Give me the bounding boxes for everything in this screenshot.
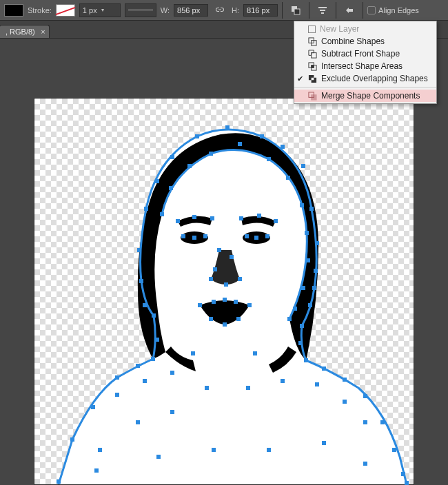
intersect-shape-icon (308, 62, 317, 71)
svg-rect-2 (318, 7, 327, 8)
svg-rect-12 (312, 65, 314, 68)
document-tab[interactable]: , RGB/8) × (0, 25, 50, 38)
checkbox-icon (367, 6, 376, 14)
stroke-style-dropdown[interactable] (125, 3, 156, 17)
shape-height-input[interactable]: 816 px (243, 4, 278, 17)
link-dimensions-icon[interactable] (212, 3, 227, 18)
options-toolbar: Stroke: 1 px ▾ W: 856 px H: 816 px Align… (0, 0, 448, 21)
menu-separator (294, 87, 436, 87)
menu-item-exclude-overlap[interactable]: ✔ Exclude Overlapping Shapes (294, 72, 436, 85)
height-label: H: (232, 6, 239, 14)
path-operations-button[interactable] (287, 2, 305, 19)
merge-shape-icon (308, 92, 317, 101)
path-arrangement-button[interactable] (340, 2, 358, 19)
stroke-label: Stroke: (28, 6, 52, 14)
menu-item-merge-components[interactable]: Merge Shape Components (294, 90, 436, 102)
document-canvas[interactable] (34, 99, 414, 484)
close-icon[interactable]: × (41, 28, 45, 36)
path-alignment-button[interactable] (314, 2, 332, 19)
shape-width-input[interactable]: 856 px (174, 4, 208, 17)
svg-rect-14 (312, 94, 316, 99)
align-edges-checkbox[interactable]: Align Edges (367, 6, 419, 14)
vector-shape-portrait (34, 99, 414, 484)
canvas-area (0, 39, 448, 485)
menu-item-new-layer: New Layer (294, 23, 436, 35)
fill-swatch[interactable] (4, 4, 23, 17)
stroke-width-value: 1 px (83, 6, 97, 14)
new-layer-icon (308, 25, 316, 33)
document-tab-title: , RGB/8) (6, 28, 35, 36)
toolbar-separator (336, 2, 336, 19)
toolbar-separator (363, 2, 363, 19)
align-edges-label: Align Edges (378, 6, 419, 14)
svg-rect-9 (312, 52, 316, 57)
svg-rect-4 (321, 12, 324, 14)
path-operations-menu: New Layer Combine Shapes Subtract Front … (294, 21, 437, 104)
stroke-swatch-none[interactable] (56, 4, 75, 17)
svg-rect-3 (320, 10, 325, 11)
width-label: W: (161, 6, 170, 14)
check-icon: ✔ (297, 74, 303, 83)
chevron-down-icon: ▾ (101, 7, 104, 13)
svg-rect-1 (294, 9, 300, 14)
exclude-shape-icon (308, 74, 317, 83)
subtract-shape-icon (308, 50, 317, 59)
toolbar-separator (309, 2, 309, 19)
combine-shapes-icon (308, 37, 317, 46)
stroke-width-dropdown[interactable]: 1 px ▾ (79, 3, 121, 17)
menu-item-combine-shapes[interactable]: Combine Shapes (294, 35, 436, 48)
menu-item-intersect-shapes[interactable]: Intersect Shape Areas (294, 60, 436, 72)
toolbar-separator (282, 2, 283, 19)
menu-item-subtract-front[interactable]: Subtract Front Shape (294, 48, 436, 60)
